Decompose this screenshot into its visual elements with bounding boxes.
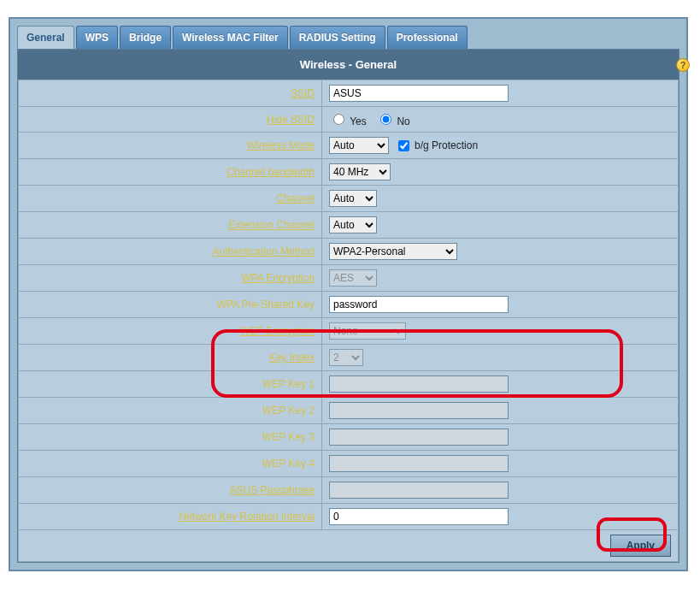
wep2-input bbox=[329, 402, 509, 419]
label-ext-channel[interactable]: Extension Channel bbox=[228, 219, 315, 231]
label-ssid[interactable]: SSID bbox=[291, 87, 315, 99]
channel-select[interactable]: Auto bbox=[329, 190, 377, 207]
label-wep1: WEP Key 1 bbox=[262, 378, 315, 390]
ssid-input[interactable] bbox=[329, 85, 509, 102]
bg-protection-label: b/g Protection bbox=[415, 139, 478, 151]
label-wep3: WEP Key 3 bbox=[262, 431, 315, 443]
settings-table: SSID Hide SSID Yes No Wireless Mode Auto… bbox=[18, 80, 679, 562]
label-channel-bw[interactable]: Channel bandwidth bbox=[226, 166, 315, 178]
label-wep-enc[interactable]: WEP Encryption bbox=[240, 325, 315, 337]
label-wpa-psk: WPA Pre-Shared Key bbox=[217, 298, 315, 310]
label-key-index[interactable]: Key Index bbox=[269, 352, 315, 364]
label-asus-pass[interactable]: ASUS Passphrase bbox=[230, 484, 315, 496]
wpa-enc-select[interactable]: AES bbox=[329, 269, 377, 287]
label-wep4: WEP Key 4 bbox=[262, 458, 315, 470]
label-wpa-enc[interactable]: WPA Encryption bbox=[241, 272, 315, 284]
wep4-input bbox=[329, 455, 509, 472]
hide-ssid-no[interactable] bbox=[380, 114, 391, 125]
wep1-input bbox=[329, 375, 509, 393]
label-channel[interactable]: Channel bbox=[276, 192, 315, 204]
help-icon[interactable]: ? bbox=[676, 58, 690, 72]
tab-bridge[interactable]: Bridge bbox=[120, 26, 171, 49]
wep3-input bbox=[329, 429, 509, 446]
bg-protection-checkbox[interactable] bbox=[398, 140, 409, 151]
tab-radius[interactable]: RADIUS Setting bbox=[290, 26, 385, 49]
panel-title: Wireless - General bbox=[18, 50, 679, 80]
wpa-psk-input[interactable] bbox=[329, 296, 509, 313]
radio-yes-label: Yes bbox=[350, 115, 367, 127]
tab-wps[interactable]: WPS bbox=[76, 26, 118, 49]
label-auth-method[interactable]: Authentication Method bbox=[213, 245, 315, 257]
tab-general[interactable]: General bbox=[17, 26, 74, 49]
tab-mac-filter[interactable]: Wireless MAC Filter bbox=[173, 26, 288, 49]
channel-bw-select[interactable]: 40 MHz bbox=[329, 163, 391, 180]
label-net-rotation[interactable]: Network Key Rotation Interval bbox=[179, 511, 315, 523]
wireless-mode-select[interactable]: Auto bbox=[329, 137, 389, 154]
hide-ssid-yes[interactable] bbox=[333, 114, 344, 125]
label-hide-ssid[interactable]: Hide SSID bbox=[267, 114, 315, 126]
label-wep2: WEP Key 2 bbox=[262, 405, 315, 417]
radio-no-label: No bbox=[397, 115, 409, 127]
wep-enc-select: None bbox=[329, 322, 406, 340]
apply-button[interactable]: Apply bbox=[610, 535, 671, 557]
net-rotation-input[interactable] bbox=[329, 508, 509, 525]
tabs-bar: General WPS Bridge Wireless MAC Filter R… bbox=[10, 19, 686, 49]
label-wireless-mode[interactable]: Wireless Mode bbox=[247, 139, 315, 151]
auth-method-select[interactable]: WPA2-Personal bbox=[329, 243, 457, 260]
tab-professional[interactable]: Professional bbox=[387, 26, 468, 49]
ext-channel-select[interactable]: Auto bbox=[329, 216, 377, 233]
asus-pass-input bbox=[329, 482, 509, 499]
key-index-select: 2 bbox=[329, 349, 363, 366]
